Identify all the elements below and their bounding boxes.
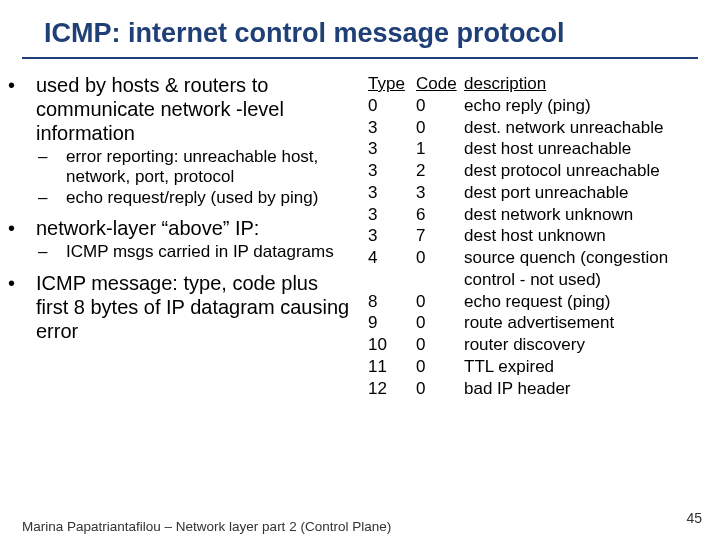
subbullet-3: –ICMP msgs carried in IP datagrams (66, 242, 350, 262)
cell-code: 0 (416, 95, 464, 117)
cell-code: 0 (416, 378, 464, 400)
cell-desc: TTL expired (464, 356, 698, 378)
col-header-code: Code (416, 73, 464, 95)
cell-type: 3 (368, 160, 416, 182)
cell-type: 9 (368, 312, 416, 334)
bullet-3-text: ICMP message: type, code plus first 8 by… (36, 272, 349, 342)
cell-desc: echo request (ping) (464, 291, 698, 313)
right-column: Type Code description 0 0 echo reply (pi… (360, 73, 698, 399)
subbullet-1: –error reporting: unreachable host, netw… (66, 147, 350, 188)
cell-code: 0 (416, 312, 464, 334)
cell-type: 0 (368, 95, 416, 117)
col-header-type: Type (368, 73, 416, 95)
subbullet-1-text: error reporting: unreachable host, netwo… (66, 147, 318, 186)
cell-code: 0 (416, 356, 464, 378)
bullet-2-text: network-layer “above” IP: (36, 217, 259, 239)
cell-type: 3 (368, 204, 416, 226)
cell-code: 6 (416, 204, 464, 226)
cell-type: 12 (368, 378, 416, 400)
subbullet-3-text: ICMP msgs carried in IP datagrams (66, 242, 334, 261)
footer-text: Marina Papatriantafilou – Network layer … (22, 519, 391, 534)
bullet-2: •network-layer “above” IP: (36, 216, 350, 240)
page-number: 45 (686, 510, 702, 526)
cell-code: 3 (416, 182, 464, 204)
cell-desc: dest. network unreachable (464, 117, 698, 139)
cell-code: 2 (416, 160, 464, 182)
cell-code: 7 (416, 225, 464, 247)
bullet-1: •used by hosts & routers to communicate … (36, 73, 350, 145)
cell-type: 8 (368, 291, 416, 313)
cell-desc: source quench (congestion control - not … (464, 247, 698, 291)
bullet-3: •ICMP message: type, code plus first 8 b… (36, 271, 350, 343)
cell-desc: router discovery (464, 334, 698, 356)
cell-type: 3 (368, 138, 416, 160)
cell-desc: route advertisement (464, 312, 698, 334)
left-column: •used by hosts & routers to communicate … (22, 73, 360, 399)
cell-type: 3 (368, 182, 416, 204)
cell-type: 3 (368, 117, 416, 139)
cell-code: 0 (416, 247, 464, 291)
cell-type: 3 (368, 225, 416, 247)
subbullet-2: –echo request/reply (used by ping) (66, 188, 350, 208)
cell-desc: echo reply (ping) (464, 95, 698, 117)
slide-title: ICMP: internet control message protocol (0, 0, 720, 57)
cell-type: 11 (368, 356, 416, 378)
cell-desc: dest port unreachable (464, 182, 698, 204)
content-area: •used by hosts & routers to communicate … (0, 69, 720, 399)
cell-code: 0 (416, 334, 464, 356)
cell-code: 0 (416, 291, 464, 313)
cell-type: 4 (368, 247, 416, 291)
cell-desc: dest network unknown (464, 204, 698, 226)
cell-desc: bad IP header (464, 378, 698, 400)
subbullet-2-text: echo request/reply (used by ping) (66, 188, 318, 207)
cell-code: 1 (416, 138, 464, 160)
icmp-table: Type Code description 0 0 echo reply (pi… (368, 73, 698, 399)
cell-type: 10 (368, 334, 416, 356)
cell-desc: dest protocol unreachable (464, 160, 698, 182)
cell-desc: dest host unknown (464, 225, 698, 247)
col-header-description: description (464, 73, 698, 95)
title-rule (22, 57, 698, 59)
cell-code: 0 (416, 117, 464, 139)
cell-desc: dest host unreachable (464, 138, 698, 160)
bullet-1-text: used by hosts & routers to communicate n… (36, 74, 284, 144)
